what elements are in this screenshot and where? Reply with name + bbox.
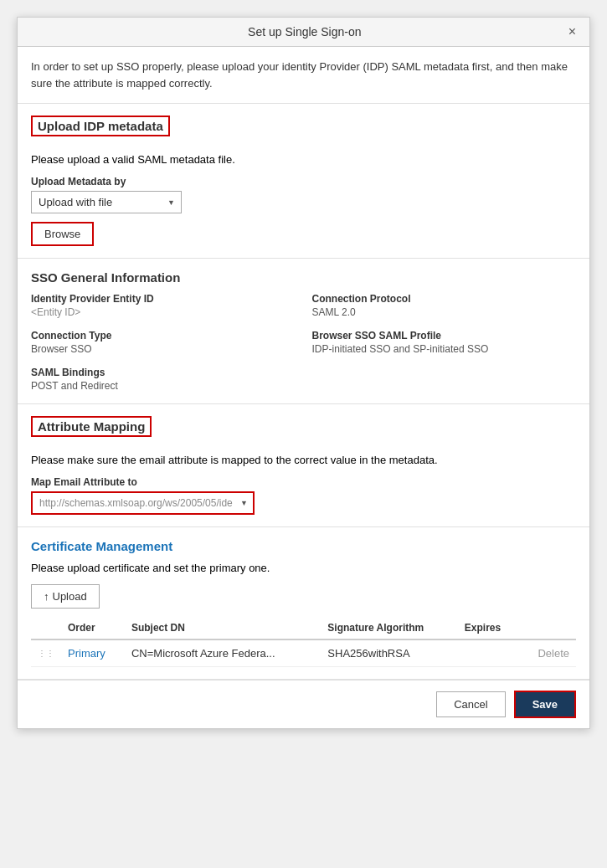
upload-icon: ↑: [44, 590, 49, 603]
browser-sso-profile: Browser SSO SAML Profile IDP-initiated S…: [312, 330, 577, 355]
col-signature-algorithm: Signature Algorithm: [321, 617, 458, 639]
dialog-footer: Cancel Save: [18, 680, 589, 728]
connection-type-value: Browser SSO: [31, 343, 296, 355]
close-button[interactable]: ×: [565, 24, 579, 39]
cert-signature-algorithm: SHA256withRSA: [321, 639, 458, 667]
dialog-body: In order to set up SSO properly, please …: [18, 47, 589, 680]
upload-by-label: Upload Metadata by: [31, 176, 576, 187]
identity-provider-value: <Entity ID>: [31, 306, 296, 318]
certificate-table: Order Subject DN Signature Algorithm Exp…: [31, 617, 576, 667]
col-order: Order: [61, 617, 125, 639]
connection-type: Connection Type Browser SSO: [31, 330, 296, 355]
upload-idp-header: Upload IDP metadata: [31, 116, 170, 136]
attribute-mapping-header: Attribute Mapping: [31, 416, 152, 437]
saml-bindings-label: SAML Bindings: [31, 367, 296, 378]
attribute-mapping-description: Please make sure the email attribute is …: [31, 454, 576, 466]
col-subject-dn: Subject DN: [125, 617, 321, 639]
upload-idp-section: Upload IDP metadata Please upload a vali…: [18, 104, 589, 259]
drag-handle: ⋮⋮: [31, 639, 61, 667]
saml-bindings-value: POST and Redirect: [31, 380, 296, 392]
certificate-management-header: Certificate Management: [31, 539, 576, 553]
map-email-label: Map Email Attribute to: [31, 476, 576, 488]
upload-method-select[interactable]: Upload with file Upload by URL: [31, 191, 182, 213]
sso-general-header: SSO General Information: [31, 270, 576, 285]
sso-general-section: SSO General Information Identity Provide…: [18, 259, 589, 404]
cert-expires: [458, 639, 520, 667]
cancel-button[interactable]: Cancel: [436, 691, 505, 717]
attribute-mapping-section: Attribute Mapping Please make sure the e…: [18, 404, 589, 527]
identity-provider-label: Identity Provider Entity ID: [31, 293, 296, 305]
connection-protocol-label: Connection Protocol: [312, 293, 577, 305]
sso-info-grid: Identity Provider Entity ID <Entity ID> …: [31, 293, 576, 392]
upload-certificate-button[interactable]: ↑ Upload: [31, 584, 100, 609]
intro-text: In order to set up SSO properly, please …: [31, 60, 568, 90]
col-drag: [31, 617, 61, 639]
cert-delete-button[interactable]: Delete: [520, 639, 576, 667]
saml-bindings: SAML Bindings POST and Redirect: [31, 367, 296, 392]
col-actions: [520, 617, 576, 639]
connection-type-label: Connection Type: [31, 330, 296, 342]
upload-description: Please upload a valid SAML metadata file…: [31, 153, 576, 166]
intro-section: In order to set up SSO properly, please …: [18, 47, 589, 104]
upload-label: Upload: [53, 590, 87, 603]
table-row: ⋮⋮ Primary CN=Microsoft Azure Federa... …: [31, 639, 576, 667]
browser-sso-label: Browser SSO SAML Profile: [312, 330, 577, 342]
col-expires: Expires: [458, 617, 520, 639]
email-select-wrapper: http://schemas.xmlsoap.org/ws/2005/05/id…: [31, 491, 255, 515]
browser-sso-value: IDP-initiated SSO and SP-initiated SSO: [312, 343, 577, 355]
title-bar: Set up Single Sign-on ×: [18, 18, 589, 47]
connection-protocol-value: SAML 2.0: [312, 306, 577, 318]
cert-subject-dn: CN=Microsoft Azure Federa...: [125, 639, 321, 667]
map-email-select[interactable]: http://schemas.xmlsoap.org/ws/2005/05/id…: [31, 491, 255, 515]
dialog: Set up Single Sign-on × In order to set …: [17, 17, 590, 729]
cert-order: Primary: [61, 639, 125, 667]
identity-provider-entity-id: Identity Provider Entity ID <Entity ID>: [31, 293, 296, 318]
save-button[interactable]: Save: [514, 691, 576, 718]
certificate-description: Please upload certificate and set the pr…: [31, 562, 576, 574]
connection-protocol: Connection Protocol SAML 2.0: [312, 293, 577, 318]
upload-method-wrapper: Upload with file Upload by URL: [31, 191, 182, 213]
certificate-management-section: Certificate Management Please upload cer…: [18, 527, 589, 680]
cert-table-header-row: Order Subject DN Signature Algorithm Exp…: [31, 617, 576, 639]
dialog-title: Set up Single Sign-on: [44, 25, 565, 39]
browse-button[interactable]: Browse: [31, 222, 94, 246]
